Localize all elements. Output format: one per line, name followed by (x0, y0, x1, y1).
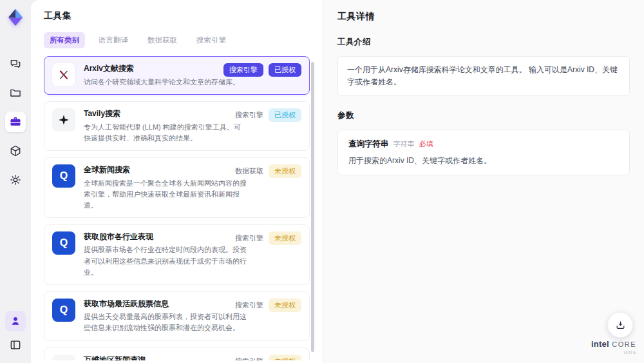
tab-data-acquisition[interactable]: 数据获取 (142, 32, 183, 48)
tool-name: Arxiv文献搜索 (84, 63, 240, 74)
card-badges: 搜索引擎 未授权 (235, 231, 301, 245)
tool-card-active-stocks[interactable]: Q 获取市场最活跃股票信息 提供当天交易量最高的股票列表，投资者可以利用这些信息… (44, 291, 310, 341)
tavily-star-icon (52, 108, 75, 132)
sidebar-item-profile[interactable] (5, 311, 26, 331)
tool-description: 访问各个研究领域大量科学论文和文章的存储库。 (84, 77, 240, 88)
intro-heading: 工具介绍 (337, 37, 630, 48)
tab-language-translation[interactable]: 语言翻译 (93, 32, 134, 48)
tool-card-sector-performance[interactable]: Q 获取股市各行业表现 提供股票市场各个行业在特定时间段内的表现。投资者可以利用… (44, 224, 310, 285)
tool-name: Tavily搜索 (84, 108, 247, 119)
app-logo-icon (5, 7, 26, 28)
card-body: 获取市场最活跃股票信息 提供当天交易量最高的股票列表，投资者可以利用这些信息来识… (84, 299, 247, 334)
stock-search-icon: Q (52, 231, 75, 255)
category-badge: 搜索引擎 (235, 302, 263, 309)
download-button[interactable] (607, 312, 633, 338)
card-body: Tavily搜索 专为人工智能代理 (LLM) 构建的搜索引擎工具。可快速提供实… (84, 108, 247, 144)
card-badges: 搜索引擎 未授权 (235, 355, 301, 361)
tool-description: 提供股票市场各个行业在特定时间段内的表现。投资者可以利用这些信息来识别表现优于或… (84, 244, 247, 277)
status-badge: 未授权 (269, 299, 301, 312)
tool-description: 专为人工智能代理 (LLM) 构建的搜索引擎工具。可快速提供实时、准确和真实的结… (84, 122, 247, 144)
card-body: 获取股市各行业表现 提供股票市场各个行业在特定时间段内的表现。投资者可以利用这些… (84, 231, 247, 278)
intel-core-logo: intel CORE Ultra (591, 338, 636, 355)
detail-title: 工具详情 (337, 11, 630, 23)
card-body: 万维地区新闻查询 查询具体行政区划内的新闻，快速了解各地新闻动 (84, 355, 240, 361)
sidebar-item-tools[interactable] (5, 112, 26, 132)
tool-card-regional-news[interactable]: 万维地区新闻查询 查询具体行政区划内的新闻，快速了解各地新闻动 搜索引擎 未授权 (44, 348, 310, 361)
app-sidebar (0, 0, 31, 363)
folder-icon (9, 86, 22, 99)
tool-card-list: Arxiv文献搜索 访问各个研究领域大量科学论文和文章的存储库。 搜索引擎 已授… (44, 56, 310, 360)
category-badge: 搜索引擎 (235, 112, 263, 119)
chat-icon (9, 57, 22, 70)
user-icon (9, 315, 22, 328)
status-badge: 未授权 (269, 231, 301, 245)
download-icon (615, 320, 626, 331)
cube-icon (9, 144, 22, 157)
search-glyph: Q (60, 170, 68, 182)
panel-layout-icon (9, 338, 22, 351)
category-badge: 搜索引擎 (235, 235, 263, 242)
tool-list-pane: 工具集 所有类别 语言翻译 数据获取 搜索引擎 Arxiv文献搜索 访问各个研究… (31, 0, 323, 363)
intel-wordmark: intel (591, 339, 609, 349)
arxiv-icon (52, 63, 75, 86)
param-name: 查询字符串 (348, 139, 389, 150)
card-body: Arxiv文献搜索 访问各个研究领域大量科学论文和文章的存储库。 (84, 63, 240, 88)
status-badge: 已授权 (269, 63, 301, 77)
tab-all-categories[interactable]: 所有类别 (44, 32, 85, 48)
tab-search-engine[interactable]: 搜索引擎 (191, 32, 232, 48)
sidebar-item-files[interactable] (5, 83, 26, 103)
param-header: 查询字符串 字符串 必填 (348, 139, 619, 150)
tool-name: 万维地区新闻查询 (84, 355, 240, 361)
card-badges: 搜索引擎 已授权 (223, 63, 301, 77)
card-body: 全球新闻搜索 全球新闻搜索是一个聚合全球各大新闻网站内容的搜索引擎，帮助用户快速… (84, 164, 247, 211)
ultra-wordmark: Ultra (591, 350, 636, 355)
status-badge: 未授权 (269, 355, 301, 361)
core-wordmark: CORE (612, 340, 636, 348)
category-badge: 数据获取 (235, 168, 263, 175)
card-badges: 数据获取 未授权 (235, 164, 301, 178)
tool-card-tavily[interactable]: Tavily搜索 专为人工智能代理 (LLM) 构建的搜索引擎工具。可快速提供实… (44, 101, 310, 151)
params-heading: 参数 (337, 110, 630, 121)
category-tabs: 所有类别 语言翻译 数据获取 搜索引擎 (44, 32, 310, 48)
card-badges: 搜索引擎 已授权 (235, 108, 301, 122)
stock-search-icon: Q (52, 299, 75, 322)
category-badge: 搜索引擎 (223, 63, 263, 77)
param-box: 查询字符串 字符串 必填 用于搜索的Arxiv ID、关键字或作者姓名。 (337, 130, 630, 175)
search-glyph: Q (60, 304, 68, 316)
list-scrollbar[interactable] (311, 62, 314, 352)
newspaper-icon (52, 355, 75, 361)
gear-icon (9, 173, 22, 186)
category-badge: 搜索引擎 (235, 358, 263, 361)
page-title: 工具集 (44, 10, 310, 22)
intro-box: 一个用于从Arxiv存储库搜索科学论文和文章的工具。 输入可以是Arxiv ID… (337, 56, 630, 96)
param-required-flag: 必填 (419, 139, 433, 149)
status-badge: 已授权 (269, 108, 301, 122)
sidebar-nav (5, 54, 26, 190)
card-badges: 搜索引擎 未授权 (235, 299, 301, 312)
tool-name: 获取市场最活跃股票信息 (84, 299, 247, 309)
param-type: 字符串 (393, 139, 415, 149)
tool-description: 提供当天交易量最高的股票列表，投资者可以利用这些信息来识别流动性强的股票和潜在的… (84, 311, 247, 333)
tool-name: 获取股市各行业表现 (84, 231, 247, 242)
tool-card-global-news[interactable]: Q 全球新闻搜索 全球新闻搜索是一个聚合全球各大新闻网站内容的搜索引擎，帮助用户… (44, 157, 310, 218)
tool-detail-pane: 工具详情 工具介绍 一个用于从Arxiv存储库搜索科学论文和文章的工具。 输入可… (323, 0, 644, 363)
news-search-icon: Q (52, 164, 75, 188)
tool-description: 全球新闻搜索是一个聚合全球各大新闻网站内容的搜索引擎，帮助用户快速获取全球最新资… (84, 178, 247, 211)
status-badge: 未授权 (269, 164, 301, 178)
sidebar-item-collapse[interactable] (5, 335, 26, 355)
main-content: 工具集 所有类别 语言翻译 数据获取 搜索引擎 Arxiv文献搜索 访问各个研究… (31, 0, 644, 363)
search-glyph: Q (60, 237, 68, 249)
sidebar-bottom (5, 311, 26, 355)
sidebar-item-settings[interactable] (5, 170, 26, 190)
param-description: 用于搜索的Arxiv ID、关键字或作者姓名。 (348, 155, 619, 166)
tool-name: 全球新闻搜索 (84, 164, 247, 175)
sidebar-item-packages[interactable] (5, 141, 26, 161)
briefcase-icon (9, 115, 22, 128)
tool-card-arxiv[interactable]: Arxiv文献搜索 访问各个研究领域大量科学论文和文章的存储库。 搜索引擎 已授… (44, 56, 310, 95)
sidebar-item-chat[interactable] (5, 54, 26, 74)
